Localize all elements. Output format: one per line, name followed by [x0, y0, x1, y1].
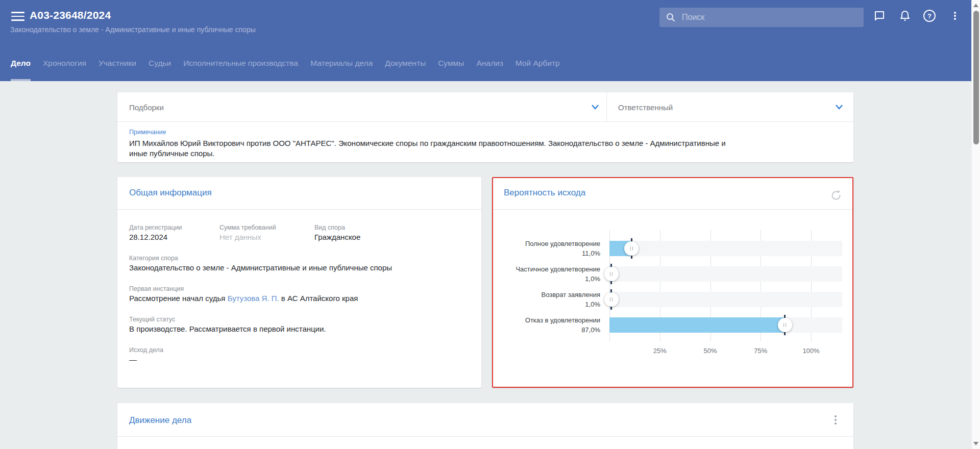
probability-bar — [609, 317, 785, 333]
question-circle-icon: ? — [923, 9, 936, 22]
note-label: Примечание — [129, 129, 842, 136]
divider — [117, 436, 853, 437]
tab-moy-arbitr[interactable]: Мой Арбитр — [516, 45, 560, 81]
tab-materialy-dela[interactable]: Материалы дела — [310, 45, 373, 81]
search-input[interactable] — [682, 13, 845, 22]
case-number-title: А03-23648/2024 — [30, 9, 111, 21]
filters-note-card: Подборки Ответственный Примечание ИП Мих… — [117, 92, 853, 162]
probability-bar-chart: Полное удовлетворение11,0%Частичное удов… — [493, 178, 852, 387]
kebab-menu-icon — [949, 10, 961, 22]
messages-button[interactable] — [871, 7, 888, 24]
tab-delo[interactable]: Дело — [11, 45, 31, 81]
case-movement-card: Движение дела — [117, 403, 853, 449]
top-header-bar: А03-23648/2024 Законодательство о земле … — [0, 0, 971, 81]
responsible-dropdown-label[interactable]: Ответственный — [618, 103, 673, 112]
field-first-instance: Первая инстанция Рассмотрение начал судь… — [129, 285, 358, 303]
movement-card-title: Движение дела — [129, 415, 191, 426]
tab-khronologiya[interactable]: Хронология — [43, 45, 86, 81]
notifications-button[interactable] — [896, 7, 914, 24]
tab-uchastniki[interactable]: Участники — [99, 45, 136, 81]
chart-category-label: Отказ в удовлетворении87,0% — [493, 315, 600, 335]
field-dispute-kind: Вид спора Гражданское — [314, 224, 360, 241]
collections-dropdown-label[interactable]: Подборки — [129, 103, 164, 112]
search-box[interactable] — [659, 8, 864, 27]
field-claim-sum: Сумма требований Нет данных — [219, 224, 276, 241]
slider-handle[interactable] — [604, 267, 619, 281]
chart-category-label: Частичное удовлетворение1,0% — [493, 264, 600, 284]
chart-row-track — [609, 266, 842, 282]
more-menu-button[interactable] — [946, 7, 964, 24]
judge-link[interactable]: Бутузова Я. П. — [228, 294, 279, 303]
help-button[interactable]: ? — [921, 7, 938, 24]
chart-row-track — [609, 241, 842, 256]
general-info-title: Общая информация — [129, 188, 212, 198]
field-dispute-category: Категория спора Законодательство о земле… — [129, 255, 392, 272]
search-icon — [666, 12, 676, 22]
chart-category-label: Возврат заявления1,0% — [493, 290, 600, 309]
field-case-outcome: Исход дела — — [129, 346, 163, 364]
axis-tick-label: 75% — [745, 347, 776, 355]
tab-sudi[interactable]: Судьи — [149, 45, 171, 81]
outcome-probability-card: Вероятность исхода Полное удовлетворение… — [492, 177, 853, 388]
chevron-down-icon[interactable] — [835, 104, 843, 110]
tab-analiz[interactable]: Анализ — [476, 45, 503, 81]
scrollbar-thumb[interactable] — [973, 11, 979, 144]
tab-dokumenty[interactable]: Документы — [385, 45, 426, 81]
slider-handle[interactable] — [778, 318, 792, 332]
axis-tick-label: 100% — [796, 347, 826, 355]
chart-category-label: Полное удовлетворение11,0% — [493, 239, 600, 258]
axis-tick-label: 25% — [645, 347, 675, 355]
bell-icon — [899, 10, 911, 22]
general-info-card: Общая информация Дата регистрации 28.12.… — [117, 177, 481, 388]
case-tabs-bar: ДелоХронологияУчастникиСудьиИсполнительн… — [11, 45, 560, 81]
scroll-down-arrow[interactable] — [973, 442, 978, 445]
chart-row-track — [609, 292, 842, 307]
chat-bubble-icon — [873, 10, 886, 22]
axis-tick-label: 50% — [695, 347, 726, 355]
hamburger-menu-icon[interactable] — [10, 10, 26, 22]
tab-summy[interactable]: Суммы — [438, 45, 464, 81]
chevron-down-icon[interactable] — [591, 104, 599, 110]
field-registration-date: Дата регистрации 28.12.2024 — [129, 224, 182, 241]
vertical-divider — [606, 92, 607, 122]
scrollbar[interactable] — [971, 0, 980, 449]
tab-ispolnitelnye-proizvodstva[interactable]: Исполнительные производства — [183, 45, 298, 81]
kebab-menu-icon[interactable] — [829, 413, 842, 427]
divider — [117, 209, 481, 210]
svg-text:?: ? — [927, 12, 932, 20]
case-category-subtitle: Законодательство о земле - Административ… — [10, 26, 256, 34]
field-current-status: Текущий статус В производстве. Рассматри… — [129, 316, 326, 333]
slider-handle[interactable] — [604, 292, 619, 307]
note-text: ИП Михайлов Юрий Викторович против ООО "… — [129, 138, 737, 159]
scroll-up-arrow[interactable] — [973, 4, 978, 7]
